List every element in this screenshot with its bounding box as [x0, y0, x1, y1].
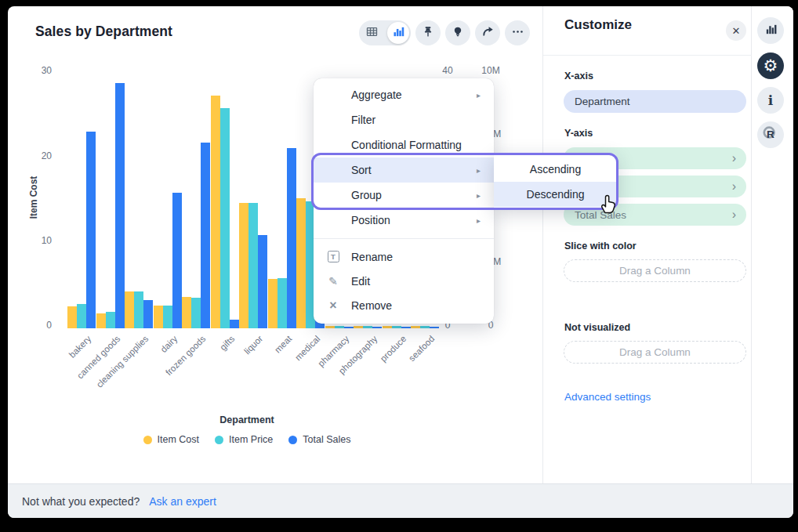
- x-axis-title: Department: [90, 414, 404, 425]
- submenu-arrow-icon: ▸: [477, 216, 481, 225]
- menu-item-edit[interactable]: ✎Edit: [314, 269, 494, 293]
- submenu-item-label: Ascending: [530, 163, 581, 176]
- app-window: Sales by Department 3020100 403020100 10…: [8, 6, 793, 518]
- y-pill-label: Total Sales: [575, 209, 626, 221]
- legend-item-item-cost: Item Cost: [143, 434, 200, 445]
- legend-label: Item Cost: [158, 434, 200, 445]
- menu-item-sort[interactable]: Sort▸: [314, 157, 494, 183]
- gear-icon: ⚙: [764, 57, 778, 74]
- edit-icon: ✎: [326, 275, 340, 288]
- legend-label: Item Price: [229, 434, 273, 445]
- menu-item-position[interactable]: Position▸: [314, 208, 494, 233]
- legend-dot: [288, 436, 297, 444]
- menu-item-label: Conditional Formatting: [351, 139, 462, 151]
- menu-item-label: Aggregate: [351, 89, 402, 101]
- ask-an-expert-link[interactable]: Ask an expert: [149, 495, 216, 508]
- chevron-right-icon: ›: [732, 180, 736, 193]
- not-visualized-label: Not visualized: [564, 322, 630, 333]
- menu-item-label: Edit: [351, 275, 370, 288]
- menu-item-label: Group: [351, 189, 382, 201]
- menu-item-conditional-formatting[interactable]: Conditional Formatting: [314, 132, 494, 157]
- menu-item-label: Sort: [351, 164, 372, 176]
- not-visualized-drop-zone[interactable]: Drag a Column: [564, 341, 746, 364]
- chevron-right-icon: ›: [732, 152, 736, 165]
- rail-info-button[interactable]: i: [757, 87, 784, 114]
- context-menu: Aggregate▸FilterConditional FormattingSo…: [314, 78, 494, 324]
- menu-divider: [314, 238, 494, 239]
- advanced-settings-link[interactable]: Advanced settings: [564, 391, 651, 403]
- submenu-item-ascending[interactable]: Ascending: [494, 157, 617, 182]
- menu-item-label: Remove: [351, 299, 392, 312]
- chevron-right-icon: ›: [732, 208, 736, 221]
- x-axis-section-label: X-axis: [564, 71, 593, 81]
- close-icon[interactable]: ✕: [726, 20, 746, 41]
- footer-question: Not what you expected?: [22, 495, 140, 508]
- customize-panel: Customize ✕ X-axis Department Y-axis ››T…: [542, 6, 751, 483]
- menu-item-group[interactable]: Group▸: [314, 183, 494, 208]
- menu-item-remove[interactable]: ×Remove: [314, 293, 494, 317]
- legend-item-item-price: Item Price: [215, 434, 273, 445]
- legend-label: Total Sales: [303, 434, 350, 445]
- submenu-item-label: Descending: [527, 188, 585, 201]
- customize-panel-title: Customize: [564, 17, 632, 33]
- menu-item-label: Rename: [351, 251, 393, 263]
- menu-item-filter[interactable]: Filter: [314, 107, 494, 132]
- menu-item-rename[interactable]: TRename: [314, 244, 494, 269]
- submenu-arrow-icon: ▸: [477, 166, 481, 175]
- legend-dot: [143, 436, 152, 444]
- sort-submenu: AscendingDescending: [494, 154, 617, 208]
- rail-chart-icon: [764, 23, 778, 39]
- menu-item-label: Position: [351, 214, 390, 226]
- remove-icon: ×: [326, 299, 340, 313]
- submenu-arrow-icon: ▸: [477, 191, 481, 200]
- slice-with-color-label: Slice with color: [564, 241, 637, 252]
- chart-legend: Item CostItem PriceTotal Sales: [90, 434, 404, 445]
- panel-divider: [543, 55, 752, 56]
- rail-visualization-button[interactable]: [757, 17, 784, 44]
- rename-icon: T: [326, 251, 340, 262]
- menu-item-label: Filter: [351, 114, 375, 126]
- submenu-item-descending[interactable]: Descending: [494, 182, 617, 207]
- r-logo-icon: R: [762, 125, 779, 144]
- rail-r-console-button[interactable]: R: [757, 121, 784, 148]
- slice-drop-zone[interactable]: Drag a Column: [564, 259, 746, 282]
- submenu-arrow-icon: ▸: [477, 91, 481, 100]
- icon-rail: ⚙iR: [751, 6, 793, 483]
- footer-bar: Not what you expected? Ask an expert: [8, 483, 793, 518]
- info-icon: i: [768, 92, 773, 108]
- menu-item-aggregate[interactable]: Aggregate▸: [314, 82, 494, 107]
- x-axis-pill-department[interactable]: Department: [564, 90, 746, 113]
- legend-item-total-sales: Total Sales: [288, 434, 350, 445]
- svg-text:R: R: [767, 128, 774, 140]
- y-axis-section-label: Y-axis: [564, 128, 593, 139]
- legend-dot: [215, 436, 223, 444]
- rail-settings-button[interactable]: ⚙: [757, 52, 784, 79]
